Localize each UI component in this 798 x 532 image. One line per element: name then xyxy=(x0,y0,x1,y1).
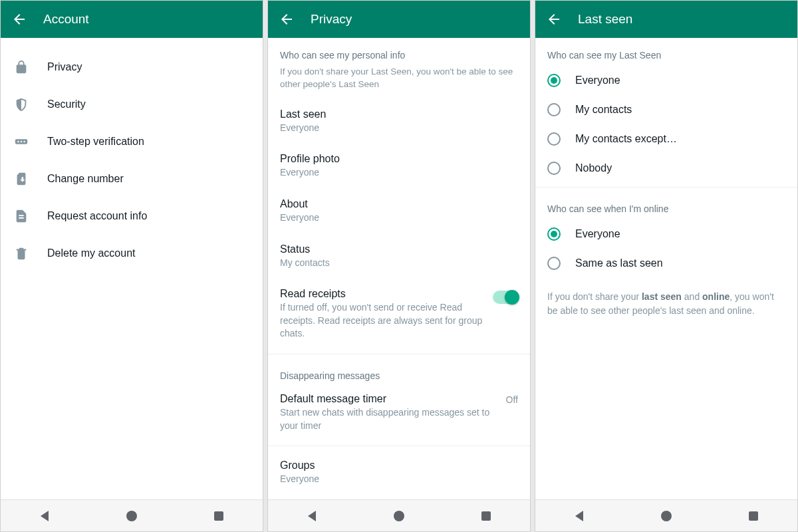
lock-icon xyxy=(14,60,29,74)
pref-last-seen[interactable]: Last seen Everyone xyxy=(268,99,530,144)
last-seen-panel: Last seen Who can see my Last Seen Every… xyxy=(535,0,798,532)
account-item-label: Security xyxy=(47,98,86,110)
account-item-two-step[interactable]: Two-step verification xyxy=(1,123,263,160)
pref-sub: Start new chats with disappearing messag… xyxy=(280,406,498,432)
footnote-text: If you don't share your xyxy=(547,291,642,302)
pref-sub: Everyone xyxy=(280,211,518,225)
appbar-privacy: Privacy xyxy=(268,1,530,38)
radio-label: Everyone xyxy=(575,74,620,86)
radio-option-lastseen-2[interactable]: My contacts except… xyxy=(535,124,797,154)
pref-sub: My contacts xyxy=(280,257,518,270)
radio-icon xyxy=(547,227,561,241)
footnote-text: and xyxy=(682,291,702,302)
arrow-back-icon xyxy=(11,11,27,27)
android-navbar xyxy=(1,499,263,531)
pref-title: Status xyxy=(280,243,518,255)
pref-sub: Everyone xyxy=(280,122,518,135)
nav-home-button[interactable] xyxy=(658,508,674,524)
nav-back-button[interactable] xyxy=(304,508,320,524)
radio-label: My contacts xyxy=(575,104,632,116)
privacy-panel: Privacy Who can see my personal info If … xyxy=(267,0,531,532)
section-header-disappearing: Disappearing messages xyxy=(268,358,530,384)
read-receipts-toggle[interactable] xyxy=(493,291,518,304)
radio-header-online: Who can see when I'm online xyxy=(535,192,797,219)
radio-icon xyxy=(547,103,561,116)
nav-home-button[interactable] xyxy=(124,508,140,524)
divider xyxy=(268,446,530,446)
pref-title: Groups xyxy=(280,460,518,471)
appbar-title: Privacy xyxy=(311,12,352,27)
account-panel: Account Privacy Security Two-step verifi… xyxy=(0,0,263,532)
footnote-bold: last seen xyxy=(642,291,682,302)
pin-icon xyxy=(14,134,29,149)
account-item-label: Request account info xyxy=(47,210,147,222)
appbar-title: Last seen xyxy=(578,12,632,27)
pref-default-timer[interactable]: Default message timer Start new chats wi… xyxy=(268,384,530,442)
account-item-label: Delete my account xyxy=(47,247,136,259)
radio-option-lastseen-3[interactable]: Nobody xyxy=(535,154,797,183)
account-item-privacy[interactable]: Privacy xyxy=(1,49,263,86)
appbar-title: Account xyxy=(43,12,89,27)
nav-back-button[interactable] xyxy=(571,508,587,524)
square-recents-icon xyxy=(214,511,223,521)
account-item-label: Privacy xyxy=(47,61,82,73)
triangle-back-icon xyxy=(308,511,316,521)
account-item-delete[interactable]: Delete my account xyxy=(1,235,263,272)
pref-title: Read receipts xyxy=(280,288,485,300)
radio-option-lastseen-1[interactable]: My contacts xyxy=(535,95,797,124)
radio-option-online-1[interactable]: Same as last seen xyxy=(535,249,797,278)
shield-icon xyxy=(14,97,29,112)
radio-icon xyxy=(547,162,561,175)
section-note-personal-info: If you don't share your Last Seen, you w… xyxy=(268,63,530,99)
pref-about[interactable]: About Everyone xyxy=(268,189,530,234)
triangle-back-icon xyxy=(41,511,49,521)
radio-icon xyxy=(547,74,561,87)
radio-option-lastseen-0[interactable]: Everyone xyxy=(535,66,797,95)
pref-title: Profile photo xyxy=(280,153,518,165)
triangle-back-icon xyxy=(575,511,583,521)
account-list: Privacy Security Two-step verification C… xyxy=(1,38,263,531)
privacy-content: Who can see my personal info If you don'… xyxy=(268,38,530,531)
pref-sub: Everyone xyxy=(280,473,518,486)
pref-status[interactable]: Status My contacts xyxy=(268,234,530,279)
nav-recents-button[interactable] xyxy=(745,508,761,524)
radio-label: Nobody xyxy=(575,162,612,174)
pref-profile-photo[interactable]: Profile photo Everyone xyxy=(268,144,530,189)
account-item-label: Two-step verification xyxy=(47,136,144,148)
nav-home-button[interactable] xyxy=(391,508,407,524)
android-navbar xyxy=(268,499,530,531)
pref-value: Off xyxy=(506,394,518,405)
back-button[interactable] xyxy=(546,11,562,27)
nav-recents-button[interactable] xyxy=(211,508,227,524)
pref-title: Last seen xyxy=(280,108,518,120)
back-button[interactable] xyxy=(279,11,295,27)
back-button[interactable] xyxy=(11,11,27,27)
svg-point-1 xyxy=(17,141,19,142)
radio-icon xyxy=(547,132,561,146)
square-recents-icon xyxy=(481,511,491,521)
radio-label: My contacts except… xyxy=(575,133,677,145)
arrow-back-icon xyxy=(546,11,562,27)
radio-label: Same as last seen xyxy=(575,257,663,269)
footnote: If you don't share your last seen and on… xyxy=(535,278,797,330)
nav-recents-button[interactable] xyxy=(478,508,494,524)
svg-point-3 xyxy=(23,141,25,142)
account-item-security[interactable]: Security xyxy=(1,86,263,123)
pref-read-receipts[interactable]: Read receipts If turned off, you won't s… xyxy=(268,279,530,350)
account-item-change-number[interactable]: Change number xyxy=(1,160,263,198)
radio-header-lastseen: Who can see my Last Seen xyxy=(535,38,797,66)
radio-option-online-0[interactable]: Everyone xyxy=(535,219,797,249)
circle-home-icon xyxy=(661,511,672,521)
document-icon xyxy=(14,209,29,223)
pref-title: About xyxy=(280,198,518,210)
circle-home-icon xyxy=(126,511,137,521)
account-item-request-info[interactable]: Request account info xyxy=(1,198,263,235)
divider xyxy=(268,354,530,354)
toggle-knob-icon xyxy=(505,290,519,305)
pref-groups[interactable]: Groups Everyone xyxy=(268,450,530,495)
nav-back-button[interactable] xyxy=(37,508,53,524)
svg-point-2 xyxy=(21,141,22,142)
pref-sub: If turned off, you won't send or receive… xyxy=(280,301,485,340)
account-item-label: Change number xyxy=(47,173,124,185)
section-header-personal-info: Who can see my personal info xyxy=(268,38,530,63)
